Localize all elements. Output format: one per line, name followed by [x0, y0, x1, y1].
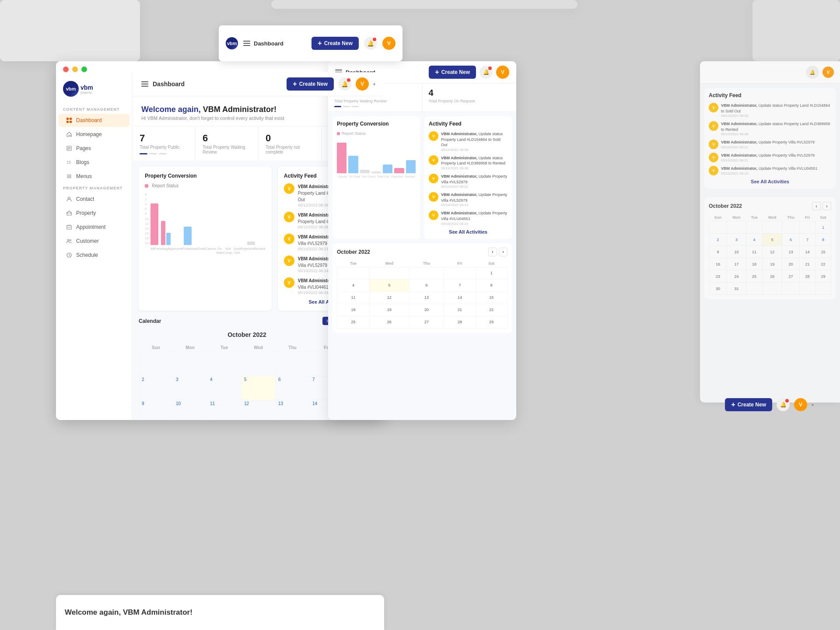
fr-cell-w2-5[interactable]: 14	[799, 246, 815, 258]
fr-cell-w4-2[interactable]: 25	[746, 270, 763, 283]
rp-cell-w1-4[interactable]: 8	[476, 279, 507, 291]
cal-cell-w0-1[interactable]	[173, 352, 207, 376]
fr-cell-w2-2[interactable]: 11	[746, 246, 763, 258]
fr-see-all[interactable]: See All Activities	[709, 179, 831, 184]
fr-cell-w1-0[interactable]: 2	[709, 234, 727, 246]
rp-cell-w1-2[interactable]: 6	[409, 279, 444, 291]
fr-cell-w0-0[interactable]	[709, 221, 727, 234]
rp-cell-w4-3[interactable]: 28	[444, 316, 476, 328]
rp-notification-button[interactable]: 🔔	[480, 66, 493, 79]
fr-cell-w5-0[interactable]: 30	[709, 283, 727, 295]
sidebar-item-menus[interactable]: Menus	[59, 170, 130, 183]
sidebar-item-schedule[interactable]: Schedule	[59, 248, 130, 262]
fr-cell-w0-5[interactable]	[799, 221, 815, 234]
menu-hamburger-icon[interactable]	[141, 81, 148, 87]
rp-cell-w3-3[interactable]: 21	[444, 304, 476, 316]
rp-cell-w2-0[interactable]: 11	[337, 291, 370, 304]
rp-cell-w0-4[interactable]: 1	[476, 267, 507, 279]
rp-cell-w0-3[interactable]	[444, 267, 476, 279]
fr-notif-btn[interactable]: 🔔	[806, 66, 819, 79]
sidebar-item-blogs[interactable]: Blogs	[59, 156, 130, 169]
sidebar-item-dashboard[interactable]: Dashboard	[59, 114, 130, 127]
rp-cell-w2-2[interactable]: 13	[409, 291, 444, 304]
rp-cell-w4-1[interactable]: 26	[369, 316, 409, 328]
fr-cell-w0-1[interactable]	[727, 221, 746, 234]
fr-cell-w5-1[interactable]: 31	[727, 283, 746, 295]
fr-cell-w1-6[interactable]: 8	[815, 234, 831, 246]
sidebar-item-appointment[interactable]: Appointment	[59, 220, 130, 234]
fr-cell-w3-6[interactable]: 22	[815, 258, 831, 270]
rp-next-button[interactable]: ›	[499, 248, 508, 256]
rp-cell-w2-1[interactable]: 12	[369, 291, 409, 304]
fr-cell-w3-4[interactable]: 20	[782, 258, 800, 270]
minimize-button[interactable]	[72, 66, 78, 72]
fr-cell-w3-2[interactable]: 18	[746, 258, 763, 270]
fr-cell-w4-4[interactable]: 27	[782, 270, 800, 283]
close-button[interactable]	[63, 66, 69, 72]
rp-cell-w0-0[interactable]	[337, 267, 370, 279]
rp-see-all[interactable]: See All Activities	[429, 229, 508, 234]
fr-cell-w5-3[interactable]	[763, 283, 782, 295]
rp-user-avatar[interactable]: V	[496, 66, 509, 79]
fr-cell-w0-2[interactable]	[746, 221, 763, 234]
fr-cell-w5-2[interactable]	[746, 283, 763, 295]
cal-cell-w1-0[interactable]: 2	[139, 376, 173, 400]
rp-cell-w3-4[interactable]: 22	[476, 304, 507, 316]
bottom-user-avatar[interactable]: V	[794, 398, 807, 411]
cal-cell-w2-0[interactable]: 9	[139, 400, 173, 420]
cal-cell-w0-3[interactable]	[242, 352, 276, 376]
hamburger-icon[interactable]	[243, 41, 250, 46]
rp-cell-w4-0[interactable]: 25	[337, 316, 370, 328]
fr-cell-w5-6[interactable]	[815, 283, 831, 295]
fr-cell-w0-6[interactable]: 1	[815, 221, 831, 234]
cal-cell-w0-2[interactable]	[207, 352, 242, 376]
cal-cell-w2-4[interactable]: 13	[276, 400, 310, 420]
bottom-create-new-button[interactable]: + Create New	[725, 398, 772, 411]
sidebar-item-homepage[interactable]: Homepage	[59, 128, 130, 141]
maximize-button[interactable]	[81, 66, 87, 72]
fr-cell-w2-4[interactable]: 13	[782, 246, 800, 258]
fr-cell-w1-5[interactable]: 7	[799, 234, 815, 246]
fr-prev-btn[interactable]: ‹	[812, 202, 821, 210]
rp-create-new-button[interactable]: + Create New	[429, 66, 476, 79]
fr-cell-w3-5[interactable]: 21	[799, 258, 815, 270]
create-new-button[interactable]: + Create New	[287, 77, 334, 91]
rp-cell-w2-4[interactable]: 15	[476, 291, 507, 304]
fr-cell-w3-3[interactable]: 19	[763, 258, 782, 270]
cal-cell-w2-3[interactable]: 12	[242, 400, 276, 420]
sidebar-item-customer[interactable]: Customer	[59, 234, 130, 248]
fr-cell-w2-0[interactable]: 9	[709, 246, 727, 258]
cal-cell-today[interactable]: 5	[242, 376, 276, 400]
fr-cell-w1-2[interactable]: 4	[746, 234, 763, 246]
user-avatar-main[interactable]: V	[356, 77, 369, 91]
create-new-button-top[interactable]: + Create New	[312, 37, 359, 50]
fr-cell-w4-6[interactable]: 29	[815, 270, 831, 283]
fr-cell-w0-3[interactable]	[763, 221, 782, 234]
rp-cell-w3-2[interactable]: 20	[409, 304, 444, 316]
cal-cell-w1-1[interactable]: 3	[173, 376, 207, 400]
rp-cell-w3-0[interactable]: 18	[337, 304, 370, 316]
rp-cell-w4-2[interactable]: 27	[409, 316, 444, 328]
rp-cell-w0-2[interactable]	[409, 267, 444, 279]
rp-prev-button[interactable]: ‹	[488, 248, 497, 256]
fr-cell-w0-4[interactable]	[782, 221, 800, 234]
fr-next-btn[interactable]: ›	[822, 202, 831, 210]
fr-cell-w5-5[interactable]	[799, 283, 815, 295]
rp-cell-w1-3[interactable]: 7	[444, 279, 476, 291]
fr-cell-w2-3[interactable]: 12	[763, 246, 782, 258]
cal-cell-w2-1[interactable]: 10	[173, 400, 207, 420]
fr-cell-w4-3[interactable]: 26	[763, 270, 782, 283]
sidebar-item-contact[interactable]: Contact	[59, 192, 130, 206]
fr-cell-w4-5[interactable]: 28	[799, 270, 815, 283]
fr-cell-today[interactable]: 5	[763, 234, 782, 246]
rp-cell-w2-3[interactable]: 14	[444, 291, 476, 304]
fr-avatar[interactable]: V	[822, 66, 834, 78]
fr-cell-w5-4[interactable]	[782, 283, 800, 295]
fr-cell-w3-0[interactable]: 16	[709, 258, 727, 270]
rp-cell-w0-1[interactable]	[369, 267, 409, 279]
rp-cell-w4-4[interactable]: 29	[476, 316, 507, 328]
rp-cell-w3-1[interactable]: 19	[369, 304, 409, 316]
notification-button[interactable]: 🔔	[364, 37, 377, 50]
fr-cell-w2-6[interactable]: 15	[815, 246, 831, 258]
cal-cell-w0-0[interactable]	[139, 352, 173, 376]
